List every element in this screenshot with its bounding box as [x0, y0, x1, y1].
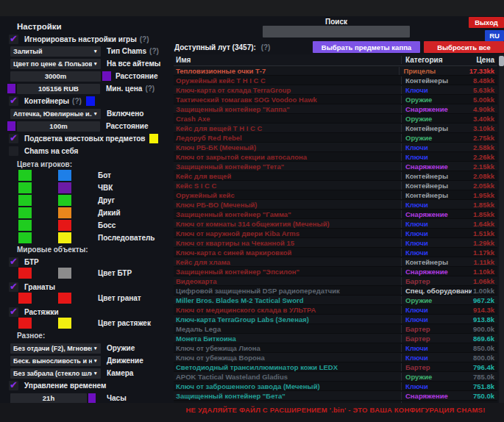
table-row[interactable]: Кейс для вещей T H I C CКонтейнеры3.10kk: [174, 124, 497, 133]
hours-color-swatch[interactable]: [88, 393, 96, 403]
table-row[interactable]: Ключ-карта TerraGroup Labs (Зеленая)Ключ…: [174, 315, 497, 324]
weapon-dropdown[interactable]: Без отдачи (F2), Мгновенное п ▼: [10, 343, 101, 354]
item-category: Контейнеры: [401, 172, 472, 180]
chams-self-row: Chams на себя: [9, 146, 78, 157]
color-mode-dropdown[interactable]: Цвет по цене & Пользователь ▼: [10, 59, 101, 69]
checkbox-ignore-game-settings[interactable]: ✔: [9, 35, 18, 44]
help-hint[interactable]: (?): [72, 97, 82, 105]
containers-color-swatch[interactable]: [86, 96, 95, 106]
color-swatch[interactable]: [58, 207, 71, 218]
select-kappa-button[interactable]: Выбрать предметы каппа: [313, 41, 420, 53]
checkbox-time-control[interactable]: ✔: [9, 381, 18, 390]
checkbox-chams-self[interactable]: [9, 146, 18, 156]
table-row[interactable]: Miller Bros. Blades M-2 Tactical SwordОр…: [174, 296, 497, 305]
table-row[interactable]: Ключ от заброшенного завода (Меченый)Клю…: [174, 382, 497, 391]
distance-color-swatch[interactable]: [102, 71, 111, 81]
table-row[interactable]: Ключ от комнаты 314 общежития (Меченый)К…: [174, 219, 497, 229]
table-row[interactable]: Защищенный контейнер "Каппа"Снаряжение4.…: [174, 104, 497, 114]
color-swatch[interactable]: [18, 318, 32, 329]
table-row[interactable]: Светодиодный трансиллюминатор кожи LEDXБ…: [174, 362, 497, 372]
search-label: Поиск: [263, 18, 410, 26]
color-swatch[interactable]: [58, 268, 71, 279]
color-swatch[interactable]: [18, 293, 32, 304]
table-row[interactable]: Ключ от медицинского склада в УЛЬТРАКлюч…: [174, 305, 497, 315]
table-row[interactable]: Монета БиткоинаБартер869.6k: [174, 334, 497, 343]
color-swatch[interactable]: [18, 170, 32, 181]
drop-all-button[interactable]: Выбросить все: [424, 41, 504, 53]
color-swatch[interactable]: [18, 220, 32, 231]
table-row[interactable]: Медаль LegaБартер900.0k: [174, 324, 497, 334]
table-row[interactable]: Ключ РБ-БК (Меченый)Ключи2.58kk: [174, 143, 497, 152]
help-hint[interactable]: (?): [145, 85, 155, 93]
table-row[interactable]: Защищенный контейнер "Тета"Снаряжение2.1…: [174, 162, 497, 171]
color-swatch[interactable]: [58, 170, 71, 181]
color-swatch[interactable]: [58, 220, 71, 231]
containers-filter-dropdown[interactable]: Аптечка, Ювелирные и... ▼: [10, 109, 101, 119]
hours-input[interactable]: 21h: [10, 393, 87, 404]
table-row[interactable]: Ключ-карта от склада TerraGroupКлючи5.63…: [174, 85, 497, 95]
containers-distance-input[interactable]: 100m: [17, 121, 100, 132]
color-swatch[interactable]: [18, 232, 32, 243]
min-price-input[interactable]: 105156 RUB: [17, 84, 100, 94]
checkbox-quest-highlight[interactable]: ✔: [9, 134, 18, 143]
table-row[interactable]: Ключ от квартиры на Чеканной 15Ключи1.29…: [174, 238, 497, 248]
table-row[interactable]: Цифровой защищенный DSP радиопередатчикС…: [174, 286, 497, 296]
quest-highlight-color-swatch[interactable]: [149, 134, 158, 143]
movement-dropdown[interactable]: Беск. выносливость и нет уста: ▼: [10, 356, 101, 366]
table-row[interactable]: Тепловизионные очки Т-7Прицелы17.33kk: [174, 66, 497, 76]
table-row[interactable]: Ключ от наружной двери Kiba ArmsКлючи1.5…: [174, 229, 497, 238]
table-row[interactable]: Ключ РБ-ВО (Меченый)Ключи1.85kk: [174, 200, 497, 210]
checkbox-grenades[interactable]: ✔: [9, 282, 18, 292]
table-row[interactable]: Ключ от убежища ЛионаКлючи850.0k: [174, 343, 497, 353]
help-hint[interactable]: (?): [140, 35, 149, 43]
color-swatch[interactable]: [18, 195, 32, 206]
table-row[interactable]: Ключ от закрытой секции автосалонаКлючи2…: [174, 152, 497, 162]
item-name: Видеокарта: [174, 277, 401, 285]
item-category: Ключи: [401, 344, 472, 352]
color-swatch[interactable]: [58, 318, 71, 329]
table-row[interactable]: Защищенный контейнер "Бета"Снаряжение750…: [174, 391, 497, 401]
camera-dropdown[interactable]: Без забрала (стекло шлема) ▼: [10, 368, 101, 379]
search-input[interactable]: [263, 26, 410, 37]
scrollbar[interactable]: [499, 54, 504, 403]
item-category: Снаряжение: [401, 392, 472, 400]
table-row[interactable]: Кейс для вещейКонтейнеры2.08kk: [174, 171, 497, 181]
table-row[interactable]: Защищенный контейнер "Эпсилон"Снаряжение…: [174, 267, 497, 276]
min-price-color-swatch[interactable]: [7, 84, 15, 93]
table-row[interactable]: APOK Tactical Wasteland GladiusОружие785…: [174, 372, 497, 382]
containers-distance-color-swatch[interactable]: [7, 121, 15, 131]
table-row[interactable]: ВидеокартаБартер1.06kk: [174, 276, 497, 286]
language-button[interactable]: RU: [485, 30, 504, 41]
table-row[interactable]: Тактический томагавк SOG Voodoo HawkОруж…: [174, 95, 497, 104]
color-swatch[interactable]: [58, 195, 71, 206]
checkbox-containers[interactable]: ✔: [9, 96, 18, 106]
color-swatch[interactable]: [58, 293, 71, 304]
color-swatch[interactable]: [18, 207, 32, 218]
column-price[interactable]: Цена: [472, 56, 497, 64]
table-row[interactable]: Оружейный кейс T H I C CКонтейнеры8.48kk: [174, 76, 497, 85]
exit-button[interactable]: Выход: [469, 17, 504, 28]
item-name: Защищенный контейнер "Гамма": [174, 210, 401, 218]
help-hint[interactable]: (?): [149, 47, 159, 55]
table-row[interactable]: Ключ от убежища ВоронаКлючи800.0k: [174, 353, 497, 362]
table-row[interactable]: Защищенный контейнер "Гамма"Снаряжение1.…: [174, 210, 497, 219]
checkbox-btr[interactable]: ✔: [9, 257, 18, 267]
table-row[interactable]: Кейс S I C CКонтейнеры2.05kk: [174, 181, 497, 190]
item-name: Кейс S I C C: [174, 182, 401, 190]
table-row[interactable]: Crash AxeОружие3.40kk: [174, 114, 497, 124]
table-row[interactable]: Кейс для хламаКонтейнеры1.11kk: [174, 257, 497, 267]
color-swatch[interactable]: [18, 268, 32, 279]
table-row[interactable]: Ключ-карта с синей маркировкойКлючи1.17k…: [174, 248, 497, 257]
table-row[interactable]: Ледоруб Red RebelОружие2.75kk: [174, 133, 497, 143]
chams-type-dropdown[interactable]: Залитый ▼: [10, 46, 101, 57]
color-swatch[interactable]: [18, 182, 32, 193]
column-name[interactable]: Имя: [174, 56, 401, 64]
color-swatch[interactable]: [58, 232, 71, 243]
table-row[interactable]: Оружейный кейсКонтейнеры1.95kk: [174, 190, 497, 200]
distance-input[interactable]: 3000m: [10, 71, 101, 82]
checkbox-tripwires[interactable]: ✔: [9, 307, 18, 317]
scrollbar-thumb[interactable]: [499, 56, 504, 66]
help-hint[interactable]: (?): [261, 43, 271, 51]
column-category[interactable]: Категория: [401, 56, 472, 64]
color-swatch[interactable]: [58, 182, 71, 193]
